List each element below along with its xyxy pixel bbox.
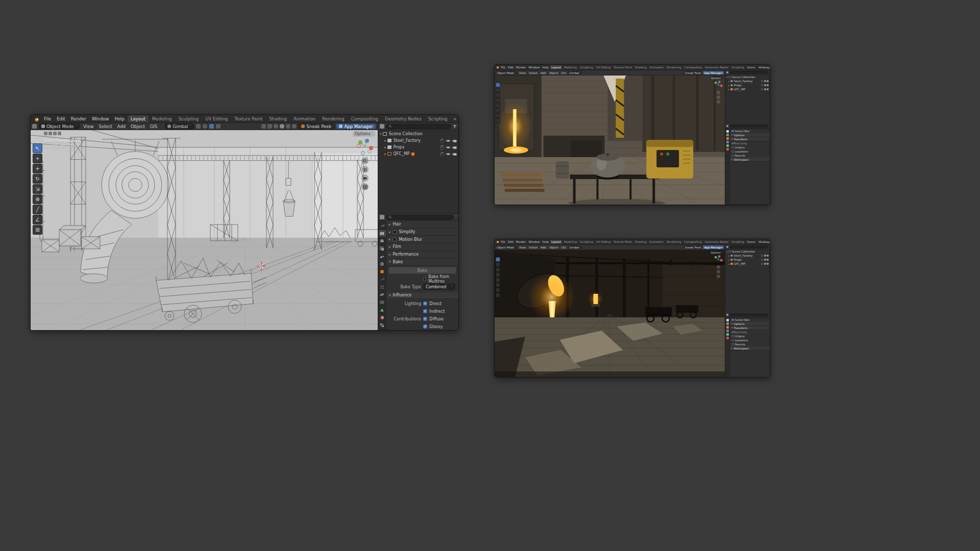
workspace-tab-modeling[interactable]: Modeling xyxy=(562,240,578,244)
render-camera-icon[interactable] xyxy=(767,88,769,90)
properties-search-input[interactable] xyxy=(729,313,769,316)
options-panel[interactable]: ▾Options xyxy=(730,133,770,137)
workspace-tab-compositing[interactable]: Compositing xyxy=(683,65,703,69)
active-tool-row[interactable]: Select Box xyxy=(730,318,770,322)
outliner-search-input[interactable] xyxy=(729,71,769,74)
zoom-icon[interactable] xyxy=(717,265,720,269)
measure-tool[interactable]: ∠ xyxy=(33,215,42,224)
menu-window[interactable]: Window xyxy=(89,115,112,122)
workspace-tab-compositing[interactable]: Compositing xyxy=(683,240,703,244)
influence-subpanel[interactable]: ▾Influence xyxy=(386,292,458,299)
workspace-tab-layout[interactable]: Layout xyxy=(550,65,562,69)
viewport-menu-select[interactable]: Select xyxy=(528,71,538,74)
move-tool[interactable] xyxy=(496,267,500,272)
snapping-toggle-icon[interactable] xyxy=(209,124,214,129)
outliner-row-steel-factory[interactable]: ▸ Steel_Factory ✓ xyxy=(378,137,458,144)
orientation-dropdown[interactable]: Gimbal˅ xyxy=(568,245,582,249)
workspace-tab-texture-paint[interactable]: Texture Paint xyxy=(612,65,633,69)
outliner-row-scene-collection[interactable]: ▾ Scene Collection xyxy=(725,75,770,79)
navigation-gizmo[interactable] xyxy=(714,81,723,90)
locations-checkbox[interactable] xyxy=(731,339,734,342)
viewport-options-dropdown[interactable]: Options˅ xyxy=(710,76,723,80)
viewport-menu-add[interactable]: Add xyxy=(540,71,547,74)
shading-solid-icon[interactable] xyxy=(280,124,284,129)
overlays-icon[interactable] xyxy=(267,124,272,129)
add-workspace-button[interactable]: + xyxy=(451,115,458,122)
collection-icon[interactable] xyxy=(48,132,52,135)
workspace-tab-geometry-nodes[interactable]: Geometry Nodes xyxy=(703,65,729,69)
render-camera-icon[interactable] xyxy=(452,152,457,156)
viewport-menu-view[interactable]: View xyxy=(518,246,527,249)
blender-logo-icon[interactable] xyxy=(496,66,499,69)
hide-eye-icon[interactable] xyxy=(764,80,766,82)
sneak-peek-button[interactable]: Sneak Peek xyxy=(684,71,702,74)
camera-view-icon[interactable] xyxy=(717,100,720,104)
render-tab[interactable] xyxy=(379,230,386,237)
viewport-menu-object[interactable]: Object xyxy=(129,124,146,129)
selectable-checkbox[interactable] xyxy=(761,88,764,91)
hide-eye-icon[interactable] xyxy=(764,88,766,90)
selectable-checkbox[interactable]: ✓ xyxy=(440,152,444,156)
render-camera-icon[interactable] xyxy=(767,259,769,261)
move-tool[interactable]: + xyxy=(33,164,42,173)
menu-window[interactable]: Window xyxy=(527,66,541,69)
selectable-checkbox[interactable] xyxy=(761,84,764,87)
motion-blur-checkbox[interactable] xyxy=(393,237,397,241)
workspace-panel[interactable]: ▸Workspace xyxy=(730,158,770,162)
outliner-row-scene-collection[interactable]: ▾ Scene Collection xyxy=(725,249,770,254)
add-primitive-tool[interactable]: ⊞ xyxy=(33,225,42,235)
rotate-tool[interactable] xyxy=(496,272,500,277)
workspace-tab-animation[interactable]: Animation xyxy=(648,65,665,69)
render-camera-icon[interactable] xyxy=(767,263,769,265)
navigation-gizmo[interactable] xyxy=(714,255,723,264)
move-tool[interactable] xyxy=(496,93,500,97)
outliner-row-qfc-mp[interactable]: ▸ QFC_MP xyxy=(725,87,770,91)
physics-tab[interactable] xyxy=(379,291,386,298)
selectable-checkbox[interactable] xyxy=(761,259,764,261)
show-gizmo-icon[interactable] xyxy=(261,124,266,129)
tool-tab[interactable] xyxy=(726,130,729,133)
transform-tool[interactable] xyxy=(496,283,500,287)
outliner-row-steel-factory[interactable]: ▸ Steel_Factory xyxy=(725,79,770,83)
pan-hand-icon[interactable] xyxy=(717,270,720,273)
app-manager-button[interactable]: App Manager xyxy=(336,123,376,129)
viewport-menu-select[interactable]: Select xyxy=(528,246,538,249)
expand-icon[interactable]: ▾ xyxy=(380,132,381,136)
selectable-checkbox[interactable]: ✓ xyxy=(440,139,444,143)
viewport-menu-view[interactable]: View xyxy=(82,124,95,129)
sneak-peek-button[interactable]: Sneak Peek xyxy=(684,245,702,249)
workspace-tab-scripting[interactable]: Scripting xyxy=(425,115,451,122)
view-layer-tab[interactable] xyxy=(379,245,386,252)
particles-tab[interactable] xyxy=(379,284,386,290)
workspace-tab-sculpting[interactable]: Sculpting xyxy=(578,65,594,69)
viewlayer-selector[interactable]: ViewLayer xyxy=(757,66,770,69)
hide-eye-icon[interactable] xyxy=(764,259,766,261)
modifiers-tab[interactable] xyxy=(726,141,729,143)
transform-subpanel[interactable]: ▾Transform xyxy=(730,326,770,330)
outliner-editor-icon[interactable] xyxy=(380,124,384,129)
workspace-tab-rendering[interactable]: Rendering xyxy=(319,115,347,122)
menu-help[interactable]: Help xyxy=(541,66,550,69)
diffuse-checkbox[interactable]: ✓ xyxy=(423,317,427,321)
panel-hair[interactable]: ▸Hair xyxy=(386,221,458,229)
object-tab[interactable] xyxy=(379,268,386,275)
workspace-tab-rendering[interactable]: Rendering xyxy=(666,240,682,244)
workspace-tab-layout[interactable]: Layout xyxy=(550,240,562,244)
select-box-tool[interactable] xyxy=(496,257,500,262)
shading-material-icon[interactable] xyxy=(286,124,290,129)
menu-render[interactable]: Render xyxy=(68,115,89,122)
viewport-3d[interactable]: Options˅ xyxy=(495,250,725,377)
rotate-tool[interactable]: ↻ xyxy=(33,174,42,184)
cursor-tool[interactable] xyxy=(496,262,500,267)
render-tab[interactable] xyxy=(726,322,729,325)
annotate-tool[interactable]: ╱ xyxy=(33,205,42,214)
editor-icon[interactable] xyxy=(44,132,47,135)
scene-tab[interactable] xyxy=(379,253,386,260)
blender-logo-icon[interactable] xyxy=(496,240,499,243)
camera-view-icon[interactable] xyxy=(361,174,369,182)
outliner-row-props[interactable]: ▸ Props xyxy=(725,258,770,262)
navigation-gizmo[interactable] xyxy=(356,138,374,156)
orientation-dropdown[interactable]: Gimbal ˅ xyxy=(165,123,194,129)
viewport-menu-gis[interactable]: GIS xyxy=(149,124,159,129)
outliner-editor-icon[interactable] xyxy=(726,71,728,73)
